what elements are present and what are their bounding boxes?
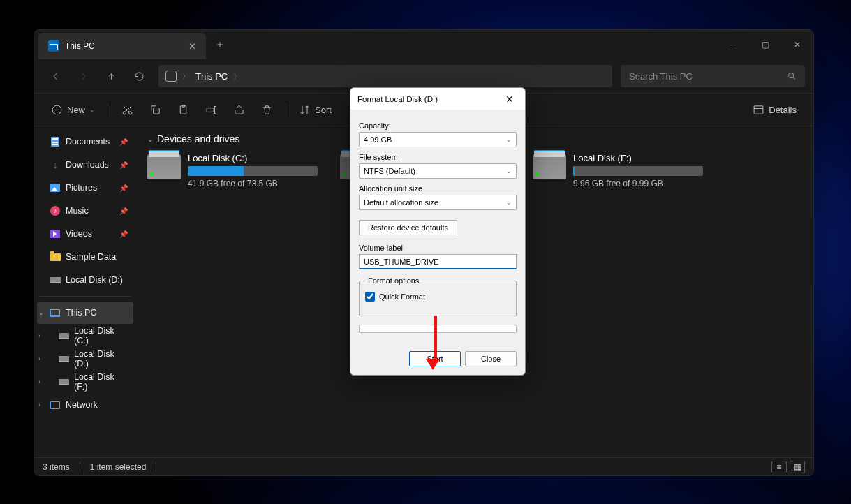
close-window-button[interactable]: ✕: [781, 30, 813, 59]
chevron-down-icon: ⌄: [147, 135, 153, 143]
start-button[interactable]: Start: [409, 351, 461, 366]
pin-icon: 📌: [119, 207, 128, 215]
volume-label-input[interactable]: [359, 254, 517, 269]
capacity-bar: [188, 166, 318, 176]
pc-icon: [48, 40, 59, 52]
pin-icon: 📌: [119, 138, 128, 146]
sidebar-item-this-pc[interactable]: ⌄This PC: [37, 302, 133, 324]
format-options-group: Format options Quick Format: [359, 276, 517, 316]
details-view-button[interactable]: ≡: [771, 461, 787, 473]
chevron-right-icon: ›: [38, 401, 40, 408]
pin-icon: 📌: [119, 230, 128, 238]
close-tab-icon[interactable]: ✕: [188, 41, 196, 52]
tiles-view-button[interactable]: ▦: [790, 461, 805, 473]
chevron-down-icon: ⌄: [506, 136, 512, 143]
sidebar-drive-d[interactable]: ›Local Disk (D:): [37, 348, 133, 370]
chevron-right-icon: 〉: [233, 71, 241, 82]
quick-format-checkbox[interactable]: Quick Format: [365, 292, 510, 302]
share-button[interactable]: [225, 98, 252, 121]
new-tab-button[interactable]: ＋: [206, 30, 234, 59]
cut-button[interactable]: [114, 98, 140, 121]
refresh-button[interactable]: [126, 65, 151, 87]
capacity-bar: [573, 166, 703, 176]
chevron-down-icon: ⌄: [38, 309, 44, 316]
search-icon: [787, 71, 797, 81]
drive-icon: [147, 154, 181, 179]
filesystem-label: File system: [359, 153, 517, 161]
sidebar-item-pictures[interactable]: Pictures📌: [37, 177, 133, 199]
maximize-button[interactable]: ▢: [749, 30, 781, 59]
window-controls: ─ ▢ ✕: [717, 30, 813, 59]
new-button[interactable]: New ⌄: [44, 98, 102, 121]
selection-count: 1 item selected: [90, 462, 147, 472]
back-button[interactable]: [43, 65, 68, 87]
forward-button[interactable]: [71, 65, 96, 87]
rename-button[interactable]: [198, 98, 224, 121]
chevron-right-icon: ›: [38, 355, 40, 362]
chevron-right-icon: ›: [38, 378, 40, 385]
copy-button[interactable]: [142, 98, 168, 121]
drive-icon: [533, 154, 566, 179]
search-input[interactable]: Search This PC: [621, 65, 805, 87]
status-bar: 3 items 1 item selected ≡ ▦: [34, 457, 813, 475]
item-count: 3 items: [43, 462, 70, 472]
capacity-label: Capacity:: [359, 121, 517, 130]
sidebar-drive-c[interactable]: ›Local Disk (C:): [37, 325, 133, 347]
progress-bar: [359, 325, 517, 333]
up-button[interactable]: [98, 65, 124, 87]
alloc-label: Allocation unit size: [359, 184, 517, 193]
tab-this-pc[interactable]: This PC ✕: [38, 33, 206, 59]
sidebar-item-documents[interactable]: Documents📌: [37, 131, 133, 153]
sidebar-drive-f[interactable]: ›Local Disk (F:): [37, 371, 133, 393]
sidebar-item-sample-data[interactable]: Sample Data: [37, 246, 133, 268]
minimize-button[interactable]: ─: [717, 30, 749, 59]
volume-label-label: Volume label: [359, 244, 517, 252]
details-button[interactable]: Details: [746, 98, 804, 121]
capacity-select[interactable]: 4.99 GB⌄: [359, 132, 517, 147]
close-icon[interactable]: ✕: [501, 94, 518, 105]
address-bar[interactable]: 〉 This PC 〉: [158, 65, 612, 87]
location-icon: [165, 71, 177, 82]
chevron-down-icon: ⌄: [89, 106, 95, 113]
sidebar-item-local-disk-d[interactable]: Local Disk (D:): [37, 269, 133, 291]
sidebar-item-videos[interactable]: Videos📌: [37, 223, 133, 245]
svg-rect-4: [153, 108, 159, 114]
sidebar: Documents📌 ↓Downloads📌 Pictures📌 ♪Music📌…: [34, 126, 136, 457]
dialog-title: Format Local Disk (D:): [357, 95, 438, 103]
sidebar-item-downloads[interactable]: ↓Downloads📌: [37, 154, 133, 176]
breadcrumb[interactable]: This PC: [195, 71, 228, 82]
chevron-down-icon: ⌄: [506, 168, 512, 175]
alloc-select[interactable]: Default allocation size⌄: [359, 195, 517, 210]
title-bar: This PC ✕ ＋ ─ ▢ ✕: [34, 30, 813, 59]
delete-button[interactable]: [253, 98, 280, 121]
sidebar-item-network[interactable]: ›Network: [37, 394, 133, 416]
drive-item-c[interactable]: Local Disk (C:) 41.9 GB free of 73.5 GB: [147, 153, 318, 188]
pin-icon: 📌: [119, 184, 128, 192]
svg-rect-7: [207, 108, 214, 112]
paste-button[interactable]: [170, 98, 196, 121]
drive-item-f[interactable]: Local Disk (F:) 9.96 GB free of 9.99 GB: [533, 153, 703, 188]
svg-point-0: [789, 73, 794, 78]
dialog-title-bar[interactable]: Format Local Disk (D:) ✕: [350, 88, 525, 110]
search-placeholder: Search This PC: [629, 71, 693, 82]
restore-defaults-button[interactable]: Restore device defaults: [359, 220, 457, 235]
tab-title: This PC: [65, 41, 183, 51]
filesystem-select[interactable]: NTFS (Default)⌄: [359, 163, 517, 179]
sidebar-item-music[interactable]: ♪Music📌: [37, 200, 133, 222]
pin-icon: 📌: [119, 161, 128, 169]
sort-button[interactable]: Sort: [292, 98, 339, 121]
chevron-right-icon: 〉: [182, 71, 190, 82]
close-button[interactable]: Close: [465, 351, 517, 366]
chevron-right-icon: ›: [38, 332, 40, 339]
chevron-down-icon: ⌄: [506, 199, 512, 206]
svg-rect-8: [754, 105, 763, 113]
format-dialog: Format Local Disk (D:) ✕ Capacity: 4.99 …: [350, 87, 526, 376]
